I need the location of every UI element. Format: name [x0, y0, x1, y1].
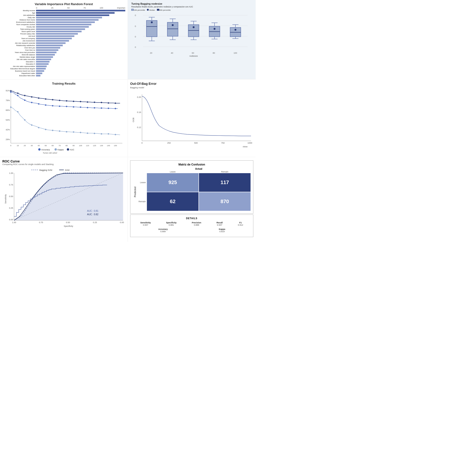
svg-text:0.75: 0.75 [39, 221, 43, 224]
vi-bar-container [36, 42, 125, 44]
svg-text:0.12: 0.12 [137, 126, 141, 129]
cm-cell-tn: 870 [199, 192, 251, 211]
svg-text:ntree: ntree [243, 146, 248, 148]
vi-row: Education field technical degree [2, 68, 125, 70]
svg-text:250: 250 [167, 142, 170, 144]
vi-row-label: Num companies worked [2, 23, 36, 26]
vi-row: Education 5 [2, 63, 125, 65]
svg-text:60: 60 [192, 52, 194, 54]
svg-point-90 [17, 95, 18, 96]
cm-predicted-wrapper: Predicted [133, 173, 137, 211]
vi-row-label: Marital status single [2, 56, 36, 58]
svg-point-79 [52, 99, 53, 101]
vi-bar-container [36, 70, 125, 72]
vi-bar-container [36, 66, 125, 67]
vi-bar [36, 35, 74, 37]
oob-error-panel: Out-Of-Bag Error Bagging model OOB 0.20 … [128, 80, 256, 157]
vi-bar [36, 21, 95, 23]
svg-point-77 [38, 97, 39, 99]
svg-text:80: 80 [213, 52, 215, 54]
vi-bar [36, 31, 82, 32]
svg-text:Sensitivity: Sensitivity [4, 194, 7, 204]
vi-bar [36, 68, 46, 69]
svg-text:0.00: 0.00 [9, 219, 13, 221]
vi-row-label: Education 1 [2, 61, 36, 63]
svg-text:Specificity: Specificity [64, 225, 73, 227]
vi-row-label: Age [2, 12, 36, 14]
roc-subtitle: Comparing ROC curves for single models a… [2, 163, 125, 166]
vi-row: Num companies worked [2, 23, 125, 26]
svg-text:1.00: 1.00 [9, 172, 13, 174]
vi-row-label: Over time yes [2, 47, 36, 49]
details-f1: F1 0.912 [238, 221, 243, 226]
vi-bar [36, 49, 58, 51]
svg-text:750: 750 [221, 142, 224, 144]
vi-row-label: Business travel non travel [2, 70, 36, 72]
cm-row-wrapper: Predicted Leave 925 117 Remain 62 870 [133, 173, 251, 211]
tuning-subtitle: Resultados finales bucle, parametro node… [131, 6, 252, 8]
svg-text:135: 135 [100, 145, 103, 147]
svg-text:0: 0 [135, 14, 136, 17]
vi-row-label: Years since last promotion [2, 51, 36, 53]
vi-bar-container [36, 45, 125, 46]
svg-point-36 [214, 28, 215, 30]
vi-bar [36, 12, 115, 14]
vi-bar-container [36, 12, 125, 14]
svg-text:145: 145 [107, 145, 110, 147]
vi-bar-container [36, 61, 125, 63]
svg-text:45: 45 [38, 145, 40, 147]
vi-bar [36, 28, 85, 30]
vi-bar [36, 59, 51, 60]
svg-text:0: 0 [135, 46, 136, 48]
training-results-panel: Training Results 91% 79% 66% 54% 42% 29%… [0, 80, 128, 157]
cm-actual-remain: Remain [199, 170, 251, 173]
vi-bar [36, 66, 47, 67]
vi-bar [36, 56, 53, 58]
cm-predicted-remain: Remain [137, 192, 147, 211]
svg-text:85: 85 [66, 145, 68, 147]
vi-bar [36, 38, 72, 39]
svg-text:95: 95 [72, 145, 75, 147]
svg-text:29%: 29% [6, 138, 10, 141]
vi-row-label: Job role sales representative [2, 65, 36, 68]
cm-row-remain: Remain 62 870 [137, 192, 251, 211]
roc-title: ROC Curve [2, 159, 125, 163]
oob-title: Out-Of-Bag Error [130, 82, 253, 85]
vi-tick-50: 50 [67, 7, 69, 9]
vi-rows: Monthly incomeAgeJob satisfactionDaily r… [2, 10, 125, 77]
svg-text:OOB: OOB [132, 118, 135, 122]
svg-point-106 [17, 111, 18, 113]
svg-point-87 [108, 102, 109, 104]
oob-svg: OOB 0.20 0.16 0.12 0 250 500 750 1000 nt… [130, 90, 253, 150]
svg-point-84 [87, 101, 88, 103]
cm-predicted-label: Predicted [134, 187, 136, 197]
svg-point-103 [108, 108, 109, 109]
percentile10-box [131, 9, 134, 11]
svg-point-92 [31, 102, 33, 103]
vi-bar [36, 72, 42, 74]
vi-row-label: Over time no [2, 49, 36, 51]
vi-row-label: Job involvement [2, 40, 36, 42]
svg-text:Accuracy: Accuracy [41, 149, 50, 151]
vi-row: Over time yes [2, 47, 125, 49]
details-specificity: Specificity 0.881 [166, 221, 177, 226]
svg-text:0.50: 0.50 [66, 221, 70, 224]
vi-row-label: Total working years [2, 28, 36, 30]
training-results-svg: 91% 79% 66% 54% 42% 29% 5 15 25 35 45 55… [2, 86, 125, 154]
svg-text:5: 5 [10, 145, 11, 147]
vi-title: Variable Importance Plot Random Forest [2, 2, 125, 6]
vi-bar [36, 61, 50, 63]
svg-point-44 [235, 29, 236, 31]
cm-cell-tp: 925 [147, 173, 199, 192]
vi-row: Marital status single [2, 56, 125, 58]
vi-bar [36, 70, 44, 72]
svg-point-99 [80, 106, 81, 108]
vi-bar [36, 19, 99, 21]
vi-bar [36, 75, 40, 76]
svg-point-107 [24, 119, 26, 121]
percentile90-label: 90th percentile [159, 9, 170, 11]
vi-row-label: Department sales [2, 72, 36, 74]
svg-text:0: 0 [135, 25, 136, 27]
vi-row-label: Distance from home [2, 19, 36, 21]
svg-point-113 [66, 131, 68, 133]
